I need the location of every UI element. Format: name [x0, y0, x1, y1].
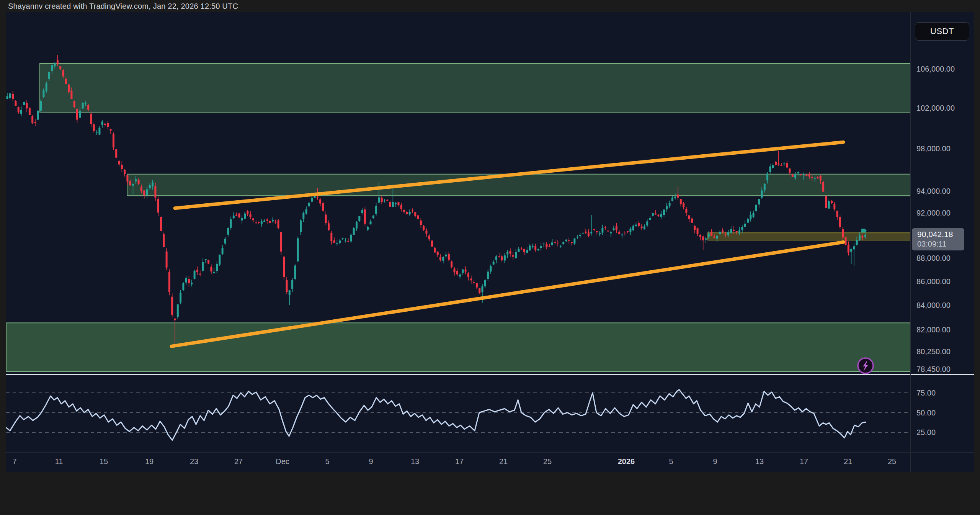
rsi-tick-25: 25.00	[916, 428, 974, 437]
price-tick-94000: 94,000.00	[916, 187, 974, 195]
demand-zone-current[interactable]	[708, 233, 910, 240]
tradingview-snapshot: Shayannv created with TradingView.com, J…	[0, 0, 980, 515]
time-tick-13: 13	[746, 457, 773, 466]
time-tick-9: 9	[702, 457, 728, 466]
price-tick-92000: 92,000.00	[916, 209, 974, 217]
time-tick-25: 25	[534, 457, 561, 466]
time-tick-27: 27	[225, 457, 252, 466]
time-tick-Dec: Dec	[269, 457, 296, 466]
time-tick-25: 25	[879, 457, 905, 466]
chart-canvas[interactable]	[0, 0, 980, 515]
current-price-badge: 90,042.18 03:09:11	[912, 228, 964, 250]
price-tick-102000: 102,000.00	[916, 104, 974, 112]
time-tick-11: 11	[46, 457, 72, 466]
support-zone-lower[interactable]	[6, 323, 910, 371]
flash-icon[interactable]	[858, 358, 873, 373]
current-price-value: 90,042.18	[917, 229, 964, 239]
time-tick-5: 5	[658, 457, 684, 466]
time-tick-21: 21	[835, 457, 861, 466]
price-tick-98000: 98,000.00	[916, 144, 974, 153]
resistance-zone-upper[interactable]	[40, 64, 910, 112]
time-tick-13: 13	[402, 457, 428, 466]
price-tick-82000: 82,000.00	[916, 325, 974, 334]
currency-toggle-button[interactable]: USDT	[915, 22, 969, 41]
price-tick-84000: 84,000.00	[916, 301, 974, 309]
price-tick-86000: 86,000.00	[916, 277, 974, 286]
pane-divider-shadow	[6, 374, 974, 374]
time-tick-2026: 2026	[613, 457, 640, 466]
bar-countdown: 03:09:11	[917, 239, 964, 249]
time-tick-9: 9	[358, 457, 384, 466]
price-tick-80250: 80,250.00	[916, 347, 974, 356]
footer-bar: TradingView	[0, 472, 980, 515]
time-tick-17: 17	[446, 457, 473, 466]
time-tick-23: 23	[181, 457, 207, 466]
rsi-tick-50: 50.00	[916, 409, 974, 417]
time-tick-21: 21	[490, 457, 517, 466]
price-tick-106000: 106,000.00	[916, 65, 974, 73]
price-tick-78450: 78,450.00	[916, 365, 974, 373]
time-tick-7: 7	[1, 457, 28, 466]
time-tick-19: 19	[136, 457, 163, 466]
resistance-zone-mid[interactable]	[127, 174, 910, 196]
time-tick-5: 5	[314, 457, 341, 466]
time-tick-17: 17	[791, 457, 817, 466]
pane-divider-handle[interactable]	[6, 374, 974, 375]
rsi-tick-75: 75.00	[916, 389, 974, 397]
price-tick-88000: 88,000.00	[916, 254, 974, 262]
time-tick-15: 15	[90, 457, 117, 466]
